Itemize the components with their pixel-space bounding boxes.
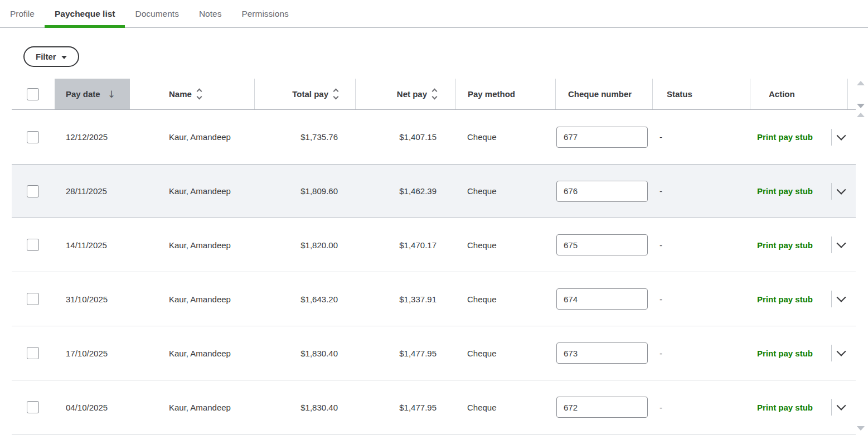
- print-pay-stub-link[interactable]: Print pay stub: [757, 240, 813, 250]
- chevron-down-icon[interactable]: [837, 401, 846, 411]
- chevron-down-icon[interactable]: [837, 239, 846, 248]
- chevron-down-icon[interactable]: [837, 131, 846, 140]
- pay-date-cell: 12/12/2025: [55, 132, 130, 142]
- tab-paycheque-list[interactable]: Paycheque list: [45, 0, 125, 27]
- header-pay-date-label: Pay date: [66, 89, 100, 99]
- action-cell: Print pay stub: [750, 380, 848, 434]
- cheque-number-input[interactable]: [556, 181, 648, 202]
- action-menu-group: [831, 291, 848, 307]
- employee-name-cell: Kaur, Amandeep: [130, 132, 254, 142]
- filter-area: Filter: [23, 46, 868, 67]
- scrollbar-up-arrow[interactable]: [857, 113, 865, 117]
- scrollbar-down-arrow[interactable]: [857, 104, 865, 108]
- tab-documents[interactable]: Documents: [125, 0, 188, 27]
- print-pay-stub-link[interactable]: Print pay stub: [757, 295, 813, 304]
- tab-notes-label: Notes: [199, 9, 222, 19]
- action-divider: [831, 183, 832, 200]
- scrollbar-up-arrow[interactable]: [857, 81, 865, 85]
- net-pay-cell: $1,477.95: [355, 403, 455, 412]
- action-menu-group: [831, 237, 848, 253]
- header-pay-method-label: Pay method: [468, 89, 515, 99]
- row-checkbox[interactable]: [27, 239, 39, 251]
- paycheque-row: 12/12/2025 Kaur, Amandeep $1,735.76 $1,4…: [12, 110, 856, 164]
- net-pay-cell: $1,407.15: [355, 132, 455, 142]
- header-status-label: Status: [667, 89, 692, 99]
- header-name-label: Name: [169, 89, 192, 99]
- header-cheque-number-label: Cheque number: [568, 89, 632, 99]
- total-pay-cell: $1,735.76: [254, 132, 355, 142]
- cheque-number-input[interactable]: [556, 127, 648, 148]
- header-total-pay-label: Total pay: [292, 89, 328, 99]
- filter-button[interactable]: Filter: [23, 46, 79, 67]
- header-pay-date[interactable]: Pay date ↓: [55, 79, 130, 109]
- cheque-number-cell: [555, 342, 652, 364]
- action-cell: Print pay stub: [750, 272, 848, 326]
- action-menu-group: [831, 183, 848, 200]
- employee-name-cell: Kaur, Amandeep: [130, 240, 254, 250]
- row-checkbox[interactable]: [27, 401, 39, 413]
- tab-profile[interactable]: Profile: [0, 0, 45, 27]
- net-pay-cell: $1,337.91: [355, 295, 455, 304]
- row-checkbox[interactable]: [27, 131, 39, 143]
- pay-date-cell: 14/11/2025: [55, 240, 130, 250]
- row-select-cell: [25, 293, 55, 305]
- employee-name-cell: Kaur, Amandeep: [130, 295, 254, 304]
- total-pay-cell: $1,830.40: [254, 349, 355, 358]
- caret-down-icon: [61, 56, 67, 59]
- row-select-cell: [25, 347, 55, 359]
- print-pay-stub-link[interactable]: Print pay stub: [757, 403, 813, 412]
- action-divider: [831, 345, 832, 361]
- row-checkbox[interactable]: [27, 293, 39, 305]
- header-action-label: Action: [769, 89, 795, 99]
- header-pay-method: Pay method: [455, 79, 555, 109]
- select-all-checkbox[interactable]: [27, 88, 39, 100]
- row-select-cell: [25, 185, 55, 197]
- employee-name-cell: Kaur, Amandeep: [130, 186, 254, 196]
- print-pay-stub-link[interactable]: Print pay stub: [757, 132, 813, 142]
- action-menu-group: [831, 129, 848, 146]
- action-menu-group: [831, 399, 848, 416]
- cheque-number-input[interactable]: [556, 342, 648, 364]
- row-checkbox[interactable]: [27, 185, 39, 197]
- row-select-cell: [25, 239, 55, 251]
- cheque-number-cell: [555, 234, 652, 255]
- print-pay-stub-link[interactable]: Print pay stub: [757, 349, 813, 358]
- status-cell: -: [652, 132, 750, 142]
- net-pay-cell: $1,462.39: [355, 186, 455, 196]
- status-cell: -: [652, 349, 750, 358]
- action-divider: [831, 129, 832, 146]
- pay-method-cell: Cheque: [455, 186, 555, 196]
- active-tab-underline: [45, 25, 125, 28]
- table-header-row: Pay date ↓ Name Total pay Net pay Pay me…: [12, 79, 856, 110]
- tab-permissions[interactable]: Permissions: [231, 0, 298, 27]
- sort-icon: [197, 89, 201, 99]
- action-cell: Print pay stub: [750, 218, 848, 272]
- chevron-down-icon[interactable]: [837, 293, 846, 302]
- pay-date-cell: 04/10/2025: [55, 403, 130, 412]
- scrollbar-down-arrow[interactable]: [857, 426, 865, 431]
- pay-date-cell: 17/10/2025: [55, 349, 130, 358]
- tab-documents-label: Documents: [135, 9, 178, 19]
- sort-icon: [433, 89, 437, 99]
- chevron-down-icon[interactable]: [837, 347, 846, 356]
- cheque-number-input[interactable]: [556, 397, 648, 418]
- pay-date-cell: 31/10/2025: [55, 295, 130, 304]
- employee-name-cell: Kaur, Amandeep: [130, 403, 254, 412]
- header-total-pay[interactable]: Total pay: [254, 79, 355, 109]
- cheque-number-input[interactable]: [556, 234, 648, 255]
- print-pay-stub-link[interactable]: Print pay stub: [757, 186, 813, 196]
- tab-permissions-label: Permissions: [241, 9, 288, 19]
- net-pay-cell: $1,470.17: [355, 240, 455, 250]
- cheque-number-cell: [555, 181, 652, 202]
- action-divider: [831, 291, 832, 307]
- total-pay-cell: $1,643.20: [254, 295, 355, 304]
- header-action: Action: [750, 79, 848, 109]
- tab-notes[interactable]: Notes: [189, 0, 232, 27]
- status-cell: -: [652, 403, 750, 412]
- cheque-number-input[interactable]: [556, 288, 648, 310]
- header-net-pay[interactable]: Net pay: [355, 79, 455, 109]
- header-name[interactable]: Name: [130, 79, 254, 109]
- chevron-down-icon[interactable]: [837, 185, 846, 194]
- sort-icon: [334, 89, 338, 99]
- row-checkbox[interactable]: [27, 347, 39, 359]
